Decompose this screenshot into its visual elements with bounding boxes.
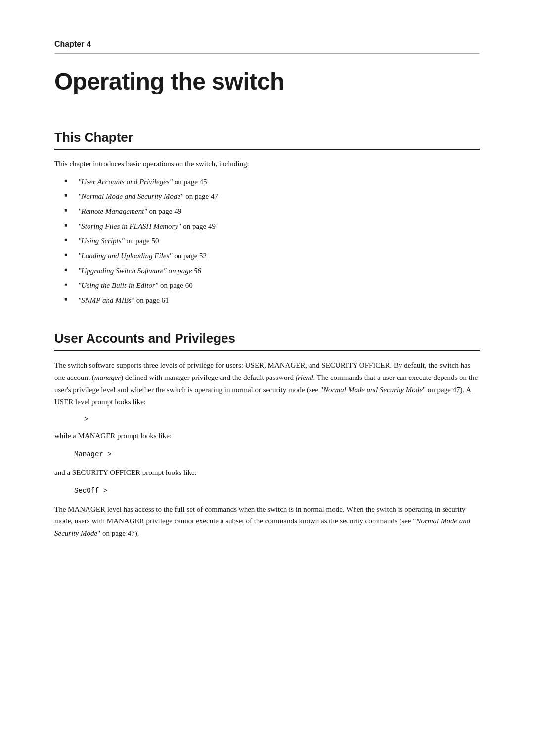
- list-item: "SNMP and MIBs" on page 61: [64, 294, 480, 306]
- list-item: "Upgrading Switch Software" on page 56: [64, 265, 480, 277]
- list-item: "Storing Files in FLASH Memory" on page …: [64, 220, 480, 232]
- user-accounts-divider: [54, 350, 480, 351]
- this-chapter-section: This Chapter This chapter introduces bas…: [54, 130, 480, 306]
- list-item: "Loading and Uploading Files" on page 52: [64, 250, 480, 262]
- user-accounts-para4: The MANAGER level has access to the full…: [54, 503, 480, 540]
- user-accounts-section: User Accounts and Privileges The switch …: [54, 331, 480, 540]
- user-accounts-para2: while a MANAGER prompt looks like:: [54, 430, 480, 442]
- chapter-title: Operating the switch: [54, 68, 480, 95]
- this-chapter-heading: This Chapter: [54, 130, 480, 145]
- user-accounts-para3: and a SECURITY OFFICER prompt looks like…: [54, 467, 480, 479]
- chapter-label: Chapter 4: [54, 40, 480, 48]
- chapter-divider: [54, 53, 480, 54]
- user-accounts-para1: The switch software supports three level…: [54, 359, 480, 408]
- list-item: "Remote Management" on page 49: [64, 205, 480, 217]
- list-item: "User Accounts and Privileges" on page 4…: [64, 176, 480, 188]
- list-item: "Using Scripts" on page 50: [64, 235, 480, 247]
- user-accounts-heading: User Accounts and Privileges: [54, 331, 480, 346]
- secoff-prompt: SecOff >: [74, 486, 480, 496]
- page-container: Chapter 4 Operating the switch This Chap…: [0, 0, 534, 756]
- this-chapter-intro: This chapter introduces basic operations…: [54, 158, 480, 170]
- this-chapter-list: "User Accounts and Privileges" on page 4…: [64, 176, 480, 306]
- list-item: "Using the Built-in Editor" on page 60: [64, 280, 480, 291]
- list-item: "Normal Mode and Security Mode" on page …: [64, 190, 480, 202]
- user-prompt: >: [84, 415, 480, 423]
- manager-prompt: Manager >: [74, 449, 480, 460]
- this-chapter-divider: [54, 149, 480, 150]
